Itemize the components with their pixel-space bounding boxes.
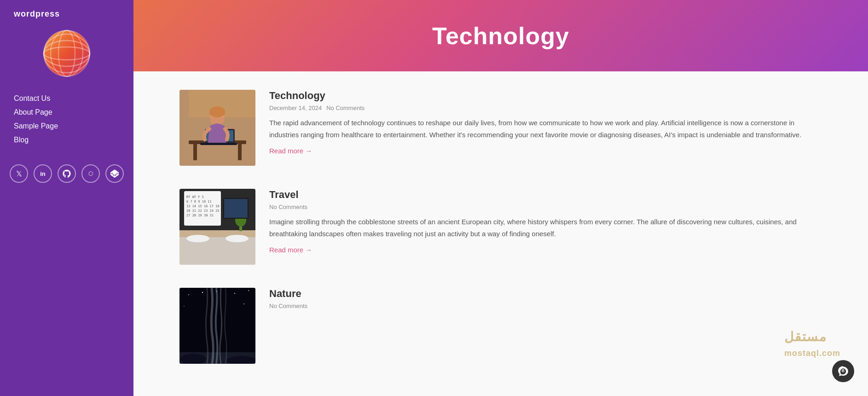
linkedin-icon[interactable]: in bbox=[34, 164, 52, 183]
sidebar-brand: wordpress bbox=[0, 9, 60, 19]
nav-blog[interactable]: Blog bbox=[14, 134, 133, 146]
github-icon[interactable] bbox=[58, 164, 76, 183]
svg-point-31 bbox=[186, 235, 209, 242]
svg-point-34 bbox=[188, 294, 189, 295]
svg-rect-9 bbox=[193, 144, 197, 160]
nav-sample[interactable]: Sample Page bbox=[14, 120, 133, 132]
svg-text:13 14 15 16 17 18: 13 14 15 16 17 18 bbox=[186, 204, 220, 208]
post-meta-technology: December 14, 2024 No Comments bbox=[269, 105, 813, 111]
post-content-technology: Technology December 14, 2024 No Comments… bbox=[269, 90, 813, 155]
post-excerpt-technology: The rapid advancement of technology cont… bbox=[269, 117, 813, 140]
svg-point-39 bbox=[184, 306, 185, 307]
svg-point-32 bbox=[226, 235, 249, 242]
codepen-icon[interactable] bbox=[105, 164, 124, 183]
svg-rect-16 bbox=[189, 90, 255, 117]
header-banner: Technology bbox=[133, 0, 868, 71]
svg-text:20 21 22 23 24 25: 20 21 22 23 24 25 bbox=[186, 209, 220, 213]
post-date-technology: December 14, 2024 bbox=[269, 105, 322, 111]
post-title-travel: Travel bbox=[269, 189, 813, 201]
sidebar-nav: Contact Us About Page Sample Page Blog bbox=[0, 93, 133, 146]
posts-area: Technology December 14, 2024 No Comments… bbox=[133, 71, 868, 396]
svg-text:B: B bbox=[842, 368, 845, 373]
post-card-travel: MT WT F S 6 7 8 9 10 11 13 14 15 16 17 1… bbox=[179, 189, 813, 265]
svg-rect-10 bbox=[238, 144, 242, 160]
post-comments-nature: No Comments bbox=[269, 303, 307, 309]
nav-contact[interactable]: Contact Us bbox=[14, 93, 133, 105]
post-image-travel: MT WT F S 6 7 8 9 10 11 13 14 15 16 17 1… bbox=[179, 189, 255, 265]
svg-point-38 bbox=[248, 290, 249, 291]
svg-point-35 bbox=[202, 292, 203, 293]
post-card-nature: Nature No Comments bbox=[179, 288, 813, 364]
post-content-nature: Nature No Comments bbox=[269, 288, 813, 316]
post-card-technology: Technology December 14, 2024 No Comments… bbox=[179, 90, 813, 166]
main-content: Technology bbox=[133, 0, 868, 396]
post-image-nature bbox=[179, 288, 255, 364]
read-more-travel[interactable]: Read more → bbox=[269, 246, 312, 254]
stackshare-icon[interactable]: ⬡ bbox=[81, 164, 100, 183]
svg-rect-29 bbox=[224, 199, 248, 218]
post-image-technology bbox=[179, 90, 255, 166]
post-comments-travel: No Comments bbox=[269, 204, 307, 210]
post-excerpt-travel: Imagine strolling through the cobbleston… bbox=[269, 216, 813, 239]
svg-point-40 bbox=[243, 303, 244, 304]
post-title-nature: Nature bbox=[269, 288, 813, 300]
chat-badge[interactable]: B bbox=[832, 360, 854, 382]
post-content-travel: Travel No Comments Imagine strolling thr… bbox=[269, 189, 813, 254]
nav-about[interactable]: About Page bbox=[14, 106, 133, 118]
read-more-technology[interactable]: Read more → bbox=[269, 147, 312, 155]
post-comments-technology: No Comments bbox=[326, 105, 365, 111]
twitter-icon[interactable]: 𝕏 bbox=[10, 164, 28, 183]
svg-text:27 28 29 30 31: 27 28 29 30 31 bbox=[186, 214, 214, 217]
svg-text:MT WT F S: MT WT F S bbox=[186, 195, 204, 199]
svg-text:6  7  8  9 10 11: 6 7 8 9 10 11 bbox=[186, 200, 212, 204]
svg-rect-13 bbox=[200, 143, 237, 145]
svg-point-37 bbox=[234, 293, 235, 294]
post-meta-travel: No Comments bbox=[269, 204, 813, 210]
post-meta-nature: No Comments bbox=[269, 303, 813, 309]
social-icons: 𝕏 in ⬡ bbox=[0, 164, 133, 183]
sidebar: wordpress Contact Us About Page Sample P… bbox=[0, 0, 133, 396]
page-title: Technology bbox=[432, 22, 569, 50]
site-logo bbox=[41, 28, 92, 79]
post-title-technology: Technology bbox=[269, 90, 813, 102]
